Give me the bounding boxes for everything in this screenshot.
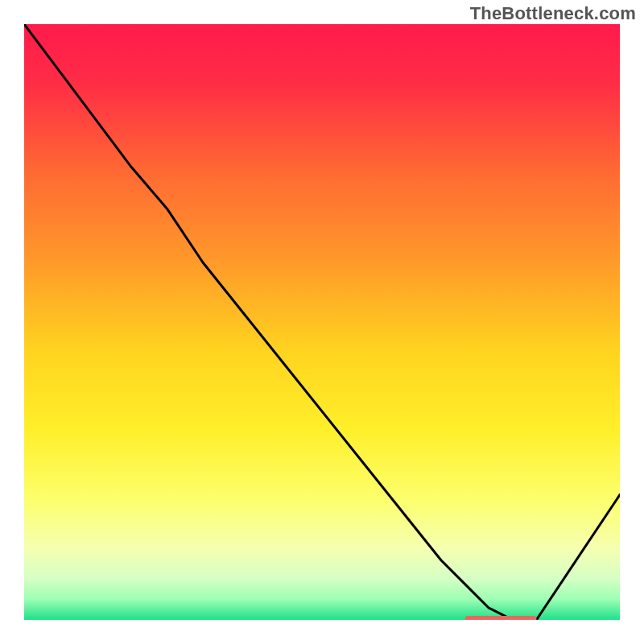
gradient-background	[24, 24, 620, 620]
optimum-marker	[465, 616, 537, 620]
bottleneck-chart	[24, 24, 620, 620]
chart-stage: TheBottleneck.com	[0, 0, 644, 644]
watermark-label: TheBottleneck.com	[470, 3, 636, 24]
plot-area	[24, 24, 620, 620]
